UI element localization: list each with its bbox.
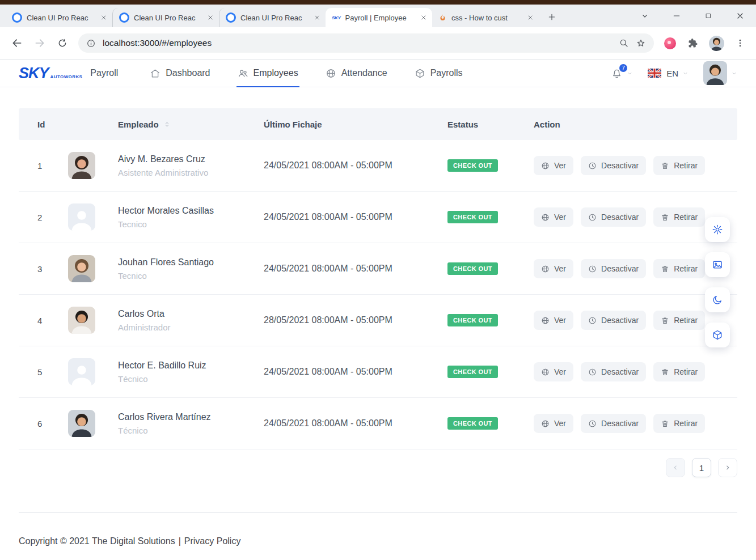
tab-close-icon[interactable]	[419, 12, 429, 23]
employee-role: Tecnico	[118, 271, 214, 281]
uk-flag-icon[interactable]	[648, 69, 661, 78]
box-icon	[415, 68, 425, 79]
close-window-button[interactable]	[724, 5, 756, 27]
employee-avatar	[68, 255, 95, 282]
globe-icon	[326, 68, 336, 79]
employee-name: Jouhan Flores Santiago	[118, 257, 214, 268]
button-label: Ver	[554, 419, 566, 428]
components-button[interactable]	[705, 323, 730, 347]
deactivate-button[interactable]: Desactivar	[581, 311, 646, 330]
browser-profile-avatar[interactable]	[709, 36, 724, 51]
pagination-next-button[interactable]	[718, 458, 737, 477]
new-tab-button[interactable]	[544, 9, 560, 25]
table-row: 6 Carlos Rivera Martínez Técnico 24/05/2…	[19, 398, 737, 449]
nav-item-dashboard[interactable]: Dashboard	[150, 60, 210, 87]
url-input[interactable]	[103, 33, 612, 53]
maximize-button[interactable]	[692, 5, 724, 27]
nav-label: Employees	[254, 68, 298, 78]
site-info-icon[interactable]	[86, 39, 96, 48]
remove-button[interactable]: Retirar	[653, 311, 705, 330]
nav-label: Payrolls	[430, 68, 463, 78]
last-check-time: 24/05/2021 08:00AM - 05:00PM	[264, 264, 447, 274]
deactivate-button[interactable]: Desactivar	[581, 156, 646, 175]
pagination-page-button[interactable]: 1	[692, 458, 711, 477]
chevron-left-icon	[671, 464, 679, 472]
tab-close-icon[interactable]	[99, 12, 109, 23]
status-badge: CHECK OUT	[447, 262, 498, 275]
browser-tab[interactable]: Clean UI Pro Reac	[112, 8, 219, 27]
reload-button[interactable]	[52, 33, 73, 53]
view-button[interactable]: Ver	[534, 414, 573, 433]
address-bar[interactable]	[78, 33, 654, 53]
tab-close-icon[interactable]	[312, 12, 322, 23]
browser-tab[interactable]: Clean UI Pro Reac	[219, 8, 326, 27]
view-button[interactable]: Ver	[534, 207, 573, 227]
page-footer: Copyright © 2021 The Digital Solutions |…	[19, 536, 737, 546]
tab-close-icon[interactable]	[205, 12, 216, 23]
remove-button[interactable]: Retirar	[653, 156, 705, 175]
minimize-button[interactable]	[661, 5, 692, 27]
employee-avatar	[68, 307, 95, 334]
column-header-employee[interactable]: Empleado	[68, 120, 264, 129]
status-badge: CHECK OUT	[447, 417, 498, 430]
view-button[interactable]: Ver	[534, 259, 573, 278]
tab-search-chevron-icon[interactable]	[629, 5, 661, 27]
extensions-puzzle-icon[interactable]	[687, 37, 698, 49]
button-label: Retirar	[674, 161, 698, 170]
back-button[interactable]	[7, 33, 27, 53]
browser-tab[interactable]: Clean UI Pro Reac	[6, 8, 112, 27]
view-button[interactable]: Ver	[534, 156, 573, 175]
column-header-id: Id	[19, 120, 68, 129]
status-badge: CHECK OUT	[447, 314, 498, 326]
nav-item-employees[interactable]: Employees	[238, 60, 298, 87]
chevron-down-icon[interactable]	[731, 70, 737, 77]
users-icon	[238, 68, 248, 79]
sort-icon[interactable]	[163, 121, 171, 128]
chevron-down-icon[interactable]	[627, 70, 633, 77]
deactivate-button[interactable]: Desactivar	[581, 207, 646, 227]
button-label: Retirar	[674, 213, 698, 222]
dark-mode-button[interactable]	[705, 287, 730, 312]
table-row: 4 Carlos Orta Administrador 28/05/2021 0…	[19, 295, 737, 346]
user-avatar[interactable]	[703, 61, 727, 85]
notification-count-badge: 7	[618, 63, 628, 73]
remove-button[interactable]: Retirar	[653, 362, 705, 381]
payroll-app: SKY AUTOWORKS Payroll Dashboard Employee…	[0, 60, 756, 546]
deactivate-button[interactable]: Desactivar	[581, 259, 646, 278]
column-header-last-check: Último Fichaje	[264, 120, 447, 129]
theme-image-button[interactable]	[705, 252, 730, 277]
bookmark-star-icon[interactable]	[636, 38, 646, 48]
button-label: Ver	[554, 264, 566, 273]
chevron-down-icon[interactable]	[682, 70, 689, 77]
app-section-label: Payroll	[90, 68, 118, 78]
employee-id: 2	[19, 213, 68, 222]
browser-tab-active[interactable]: SKY Payroll | Employee	[326, 8, 432, 27]
trash-icon	[661, 368, 669, 376]
deactivate-button[interactable]: Desactivar	[581, 362, 646, 381]
language-label[interactable]: EN	[666, 69, 678, 78]
copyright-text: Copyright © 2021 The Digital Solutions	[19, 536, 175, 546]
privacy-policy-link[interactable]: Privacy Policy	[184, 536, 241, 546]
nav-item-payrolls[interactable]: Payrolls	[415, 60, 463, 87]
button-label: Retirar	[674, 367, 698, 376]
window-top-edge	[0, 0, 756, 5]
notifications-button[interactable]: 7	[611, 67, 623, 79]
browser-tab[interactable]: css - How to cust	[432, 8, 539, 27]
remove-button[interactable]: Retirar	[653, 259, 705, 278]
sky-autoworks-logo[interactable]: SKY AUTOWORKS	[19, 65, 82, 82]
nav-item-attendance[interactable]: Attendance	[326, 60, 387, 87]
extension-icon[interactable]	[664, 37, 676, 49]
gear-icon	[712, 224, 723, 235]
view-button[interactable]: Ver	[534, 311, 573, 330]
view-button[interactable]: Ver	[534, 362, 573, 381]
settings-gear-button[interactable]	[705, 217, 730, 242]
tab-title: Clean UI Pro Reac	[240, 14, 312, 22]
remove-button[interactable]: Retirar	[653, 207, 705, 227]
tab-close-icon[interactable]	[525, 12, 535, 23]
zoom-icon[interactable]	[619, 38, 629, 48]
column-header-label: Empleado	[118, 120, 159, 129]
button-label: Desactivar	[601, 264, 639, 273]
browser-menu-icon[interactable]	[735, 38, 745, 48]
remove-button[interactable]: Retirar	[653, 414, 705, 433]
deactivate-button[interactable]: Desactivar	[581, 414, 646, 433]
